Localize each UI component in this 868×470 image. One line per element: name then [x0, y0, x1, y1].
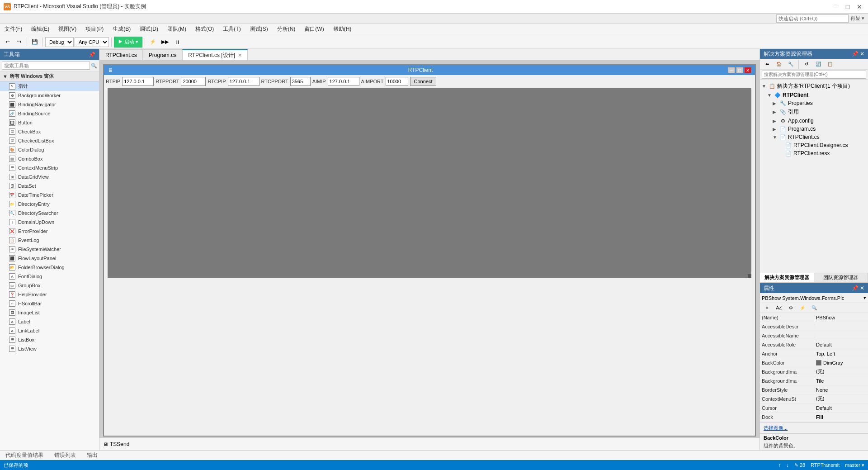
tree-item-6[interactable]: ▼📄RTPClient.cs: [760, 133, 868, 141]
solution-search-input[interactable]: [762, 71, 866, 79]
tree-item-2[interactable]: ▶🔧Properties: [760, 99, 868, 107]
menu-item-B[interactable]: 生成(B): [108, 24, 135, 35]
prop-row-3[interactable]: AccessibleRoleDefault: [760, 340, 868, 349]
resize-handle[interactable]: [748, 274, 751, 278]
menu-item-E[interactable]: 编辑(E): [27, 24, 54, 35]
debug-config-dropdown[interactable]: Debug: [45, 37, 74, 47]
output-tab-1[interactable]: 错误列表: [52, 451, 78, 459]
menu-item-N[interactable]: 分析(N): [273, 24, 300, 35]
tab-0[interactable]: RTPClient.cs: [99, 49, 143, 60]
sol-btn-4[interactable]: ↺: [801, 59, 812, 70]
prop-row-8[interactable]: BorderStyleNone: [760, 385, 868, 394]
tree-item-8[interactable]: 📄RTPClient.resx: [760, 149, 868, 157]
sol-btn-5[interactable]: 🔄: [813, 59, 824, 70]
rtpip-input[interactable]: [122, 77, 154, 86]
sol-btn-2[interactable]: 🏠: [774, 59, 784, 70]
start-button[interactable]: ▶ 启动 ▾: [114, 37, 142, 47]
toolbox-item-datetimepicker[interactable]: 📅DateTimePicker: [0, 190, 99, 199]
toolbox-item-listview[interactable]: ☰ListView: [0, 344, 99, 353]
toolbox-item-filesystemwatcher[interactable]: 👁FileSystemWatcher: [0, 245, 99, 254]
sol-btn-1[interactable]: ⬅: [762, 59, 773, 70]
select-image-link[interactable]: 选择图像...: [764, 425, 788, 431]
form-close-btn[interactable]: ✕: [744, 67, 751, 73]
toolbox-item-listbox[interactable]: ☰ListBox: [0, 335, 99, 344]
tree-item-3[interactable]: ▶📎引用: [760, 107, 868, 117]
toolbox-item-checkbox[interactable]: ☑CheckBox: [0, 127, 99, 136]
properties-dropdown-icon[interactable]: ▾: [863, 295, 866, 301]
toolbox-item-checkedlistbox[interactable]: ☑CheckedListBox: [0, 136, 99, 145]
toolbox-item-contextmenustrip[interactable]: ☰ContextMenuStrip: [0, 163, 99, 172]
toolbar-btn-3[interactable]: ⏸: [172, 37, 183, 47]
rtpport-input[interactable]: [181, 77, 206, 86]
prop-row-11[interactable]: DockFill: [760, 413, 868, 422]
toolbox-item-groupbox[interactable]: ▭GroupBox: [0, 281, 99, 290]
menu-item-O[interactable]: 格式(O): [191, 24, 218, 35]
toolbox-item-eventlog[interactable]: 📋EventLog: [0, 236, 99, 245]
toolbox-item-dataset[interactable]: 🗄DataSet: [0, 181, 99, 190]
platform-dropdown[interactable]: Any CPU: [75, 37, 109, 47]
menu-item-P[interactable]: 项目(P): [81, 24, 108, 35]
form-minimize-btn[interactable]: ─: [728, 67, 735, 73]
undo-button[interactable]: ↩: [2, 37, 13, 47]
props-alpha-btn[interactable]: AZ: [774, 303, 784, 313]
tree-item-0[interactable]: ▼📋解决方案'RTPClient'(1 个项目): [760, 81, 868, 91]
toolbox-item-bindingsource[interactable]: 🔗BindingSource: [0, 109, 99, 118]
toolbox-item-linklabel[interactable]: ALinkLabel: [0, 326, 99, 335]
toolbox-item-datagridview[interactable]: ⊞DataGridView: [0, 172, 99, 181]
solution-tab-0[interactable]: 解决方案资源管理器: [760, 273, 814, 282]
toolbox-item-button[interactable]: 🔲Button: [0, 118, 99, 127]
props-event-btn[interactable]: ⚡: [797, 303, 808, 313]
toolbox-item-backgroundworker[interactable]: ⚙BackgroundWorker: [0, 91, 99, 100]
save-all-button[interactable]: 💾: [29, 37, 40, 47]
prop-row-7[interactable]: BackgroundImaTile: [760, 376, 868, 385]
toolbox-item-bindingnavigator[interactable]: ⬛BindingNavigator: [0, 100, 99, 109]
prop-row-1[interactable]: AccessibleDescr: [760, 322, 868, 331]
redo-button[interactable]: ↪: [14, 37, 24, 47]
tab-2[interactable]: RTPClient.cs [设计]✕: [182, 49, 248, 60]
minimize-button[interactable]: ─: [831, 2, 841, 12]
toolbox-item-[interactable]: ↖指针: [0, 81, 99, 91]
prop-row-5[interactable]: BackColorDimGray: [760, 358, 868, 367]
tab-close-icon[interactable]: ✕: [238, 52, 242, 58]
toolbox-item-errorprovider[interactable]: ❌ErrorProvider: [0, 227, 99, 236]
menu-item-F[interactable]: 文件(F): [0, 24, 27, 35]
prop-row-9[interactable]: ContextMenuSt(无): [760, 394, 868, 404]
tree-item-5[interactable]: ▶📄Program.cs: [760, 125, 868, 133]
toolbox-item-directoryentry[interactable]: 📁DirectoryEntry: [0, 199, 99, 209]
menu-item-M[interactable]: 团队(M): [163, 24, 191, 35]
prop-row-10[interactable]: CursorDefault: [760, 404, 868, 413]
rtcpip-input[interactable]: [228, 77, 259, 86]
solution-tab-1[interactable]: 团队资源管理器: [814, 273, 868, 282]
close-button[interactable]: ✕: [854, 2, 864, 12]
toolbar-btn-1[interactable]: ⚡: [147, 37, 158, 47]
toolbox-item-folderbrowserdialog[interactable]: 📂FolderBrowserDialog: [0, 263, 99, 272]
toolbox-item-colordialog[interactable]: 🎨ColorDialog: [0, 145, 99, 154]
menu-item-D[interactable]: 调试(D): [135, 24, 163, 35]
toolbox-item-label[interactable]: ALabel: [0, 317, 99, 326]
toolbox-item-combobox[interactable]: ▤ComboBox: [0, 154, 99, 163]
tree-item-1[interactable]: ▼🔷RTPClient: [760, 91, 868, 99]
menu-item-T[interactable]: 工具(T): [218, 24, 245, 35]
props-prop-btn[interactable]: ⚙: [785, 303, 796, 313]
toolbox-item-imagelist[interactable]: 🖼ImageList: [0, 308, 99, 317]
prop-row-2[interactable]: AccessibleName: [760, 331, 868, 340]
prop-row-4[interactable]: AnchorTop, Left: [760, 349, 868, 358]
tree-item-4[interactable]: ▶⚙App.config: [760, 117, 868, 125]
tree-item-7[interactable]: 📄RTPClient.Designer.cs: [760, 141, 868, 149]
prop-row-6[interactable]: BackgroundIma(无): [760, 367, 868, 376]
connect-button[interactable]: Connect: [410, 77, 437, 86]
toolbox-category[interactable]: ▼ 所有 Windows 窗体: [0, 71, 99, 81]
menu-item-V[interactable]: 视图(V): [54, 24, 81, 35]
menu-item-H[interactable]: 帮助(H): [329, 24, 356, 35]
quick-launch-input[interactable]: [776, 14, 849, 23]
output-tab-0[interactable]: 代码度量值结果: [4, 451, 45, 459]
toolbox-item-flowlayoutpanel[interactable]: ⬛FlowLayoutPanel: [0, 254, 99, 263]
props-search-btn[interactable]: 🔍: [809, 303, 820, 313]
tab-1[interactable]: Program.cs: [143, 49, 182, 60]
toolbox-item-directorysearcher[interactable]: 🔍DirectorySearcher: [0, 209, 99, 218]
props-category-btn[interactable]: ≡: [762, 303, 773, 313]
aimport-input[interactable]: [386, 77, 408, 86]
toolbox-search-input[interactable]: [2, 62, 90, 70]
prop-row-0[interactable]: (Name)PBShow: [760, 313, 868, 322]
maximize-button[interactable]: □: [843, 2, 853, 12]
